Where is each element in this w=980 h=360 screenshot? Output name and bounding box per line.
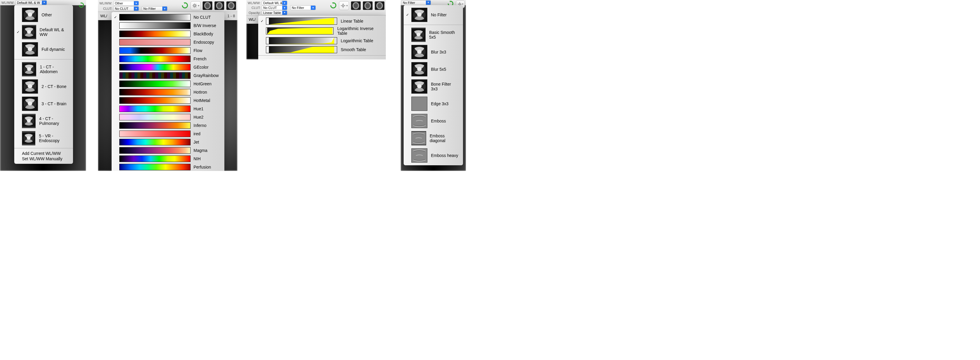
menu-item-label: HotIron	[194, 90, 207, 94]
wlww-label: WL/WW:	[1, 1, 14, 5]
preset-thumb	[22, 8, 38, 22]
menu-item-label: Magma	[194, 148, 207, 153]
clut-menu-item[interactable]: Flow	[111, 46, 224, 55]
menu-item-label: Full dynamic	[41, 47, 65, 52]
clut-swatch	[119, 22, 191, 29]
filter-menu-item[interactable]: Emboss diagonal	[404, 130, 463, 147]
filter-combo[interactable]: No Filter ▼	[290, 5, 316, 10]
opacity-swatch	[266, 18, 337, 25]
svg-marker-28	[269, 37, 334, 44]
clut-swatch	[119, 14, 191, 21]
wlww-menu-item[interactable]: 4 - CT - Pulmonary	[14, 112, 73, 130]
clut-menu-item[interactable]: Magma	[111, 146, 224, 155]
clut-combo[interactable]: No CLUT ▼	[262, 5, 287, 10]
clut-menu-item[interactable]: GEcolor	[111, 63, 224, 71]
clut-swatch	[119, 64, 191, 70]
partial-right-label: 1 - 8	[228, 14, 235, 18]
menu-item-label: GrayRainbow	[194, 73, 219, 78]
clut-swatch	[119, 106, 191, 112]
menu-item-label: Endoscopy	[194, 40, 214, 45]
wlww-combo[interactable]: Other ▼	[113, 1, 139, 6]
menu-separator	[258, 55, 386, 56]
dropdown-arrow-icon: ▼	[134, 1, 138, 5]
menu-item-label: 4 - CT - Pulmonary	[39, 116, 69, 126]
dropdown-arrow-icon: ▼	[426, 1, 431, 5]
clut-menu-item[interactable]: B/W Inverse	[111, 21, 224, 30]
filter-combo[interactable]: No Filter ▼	[142, 6, 167, 11]
wlww-menu-item[interactable]: 3 - CT - Brain	[14, 95, 73, 112]
dropdown-arrow-icon: ▼	[282, 1, 287, 5]
filter-menu-item[interactable]: Edge 3x3	[404, 95, 463, 112]
panel-wlww: WL/WW: Default WL & W ▼ Other✓Default WL…	[0, 0, 86, 171]
clut-combo[interactable]: No CLUT ▼	[113, 6, 139, 11]
wlww-combo[interactable]: Default WL & W ▼	[16, 0, 47, 5]
clut-menu-item[interactable]: GrayRainbow	[111, 71, 224, 80]
check-icon: ✓	[17, 30, 19, 34]
clut-menu-item[interactable]: Endoscopy	[111, 38, 224, 46]
panel-clut: WL/WW: Other ▼ CLUT: No CLUT ▼ No Filter…	[98, 0, 237, 171]
clut-menu-item[interactable]: NIH	[111, 155, 224, 163]
filter-thumb	[411, 45, 427, 59]
menu-item-label: Default WL & WW	[40, 27, 69, 37]
filter-thumb	[411, 62, 427, 77]
wl-partial-label: WL/	[100, 14, 107, 18]
clut-menu-item[interactable]: Inferno	[111, 121, 224, 130]
clut-menu-item[interactable]: ✓No CLUT	[111, 13, 224, 21]
set-wlww-manually[interactable]: Set WL/WW Manually	[22, 156, 69, 162]
toolbar: WL/WW: Default WL & W ▼	[0, 0, 86, 5]
menu-item-label: Hue1	[194, 106, 203, 111]
opacity-combo[interactable]: Linear Table ▼	[262, 10, 287, 15]
clut-menu-item[interactable]: Jet	[111, 138, 224, 146]
filter-menu-item[interactable]: Emboss	[404, 112, 463, 130]
wlww-menu-item[interactable]: 5 - VR - Endoscopy	[14, 130, 73, 147]
clut-swatch	[119, 155, 191, 162]
wlww-menu-item[interactable]: 2 - CT - Bone	[14, 78, 73, 95]
filter-menu-item[interactable]: ✓No Filter	[404, 6, 463, 24]
menu-item-label: HotMetal	[194, 98, 210, 103]
wlww-menu-item[interactable]: Full dynamic	[14, 41, 73, 58]
clut-label: CLUT:	[248, 6, 261, 10]
clut-swatch	[119, 122, 191, 129]
clut-swatch	[119, 39, 191, 45]
menu-item-label: Bone Filter 3x3	[431, 82, 459, 91]
clut-swatch	[119, 30, 191, 37]
wlww-label: WL/WW:	[248, 1, 261, 5]
filter-menu-item[interactable]: Basic Smooth 5x5	[404, 26, 463, 43]
opacity-menu-item[interactable]: Logarithmic Inverse Table	[258, 26, 386, 36]
clut-menu-item[interactable]: Hue1	[111, 105, 224, 113]
filter-menu-item[interactable]: Blur 3x3	[404, 43, 463, 61]
wlww-menu-item[interactable]: Other	[14, 6, 73, 24]
clut-menu-item[interactable]: Perfusion	[111, 163, 224, 171]
filter-menu-item[interactable]: Bone Filter 3x3	[404, 78, 463, 95]
clut-menu-item[interactable]: HotMetal	[111, 96, 224, 105]
filter-thumb	[411, 8, 427, 22]
clut-swatch	[119, 89, 191, 95]
opacity-menu-item[interactable]: Logarithmic Table	[258, 36, 386, 45]
clut-menu-item[interactable]: BlackBody	[111, 30, 224, 38]
filter-menu-item[interactable]: Blur 5x5	[404, 61, 463, 78]
filter-combo[interactable]: No Filter ▼	[401, 0, 431, 5]
wlww-menu-item[interactable]: 1 - CT - Abdomen	[14, 61, 73, 78]
clut-swatch	[119, 164, 191, 170]
menu-item-label: French	[194, 56, 207, 61]
clut-menu-item[interactable]: Hue2	[111, 113, 224, 121]
add-opacity-table[interactable]: Add an Opacity Table	[266, 59, 382, 59]
toolbar: No Filter ▼	[401, 0, 466, 5]
dropdown-arrow-icon: ▼	[42, 1, 46, 5]
menu-item-label: Logarithmic Table	[341, 38, 373, 43]
preset-thumb	[22, 62, 36, 77]
filter-menu-item[interactable]: Emboss heavy	[404, 147, 463, 164]
wlww-combo[interactable]: Default WL & W ▼	[262, 1, 287, 5]
clut-menu-item[interactable]: HotGreen	[111, 80, 224, 88]
opacity-menu-item[interactable]: ✓Linear Table	[258, 17, 386, 26]
preset-thumb	[22, 42, 38, 56]
clut-menu-item[interactable]: HotIron	[111, 88, 224, 96]
clut-menu-item[interactable]: French	[111, 55, 224, 63]
clut-menu-item[interactable]: ired	[111, 130, 224, 138]
clut-swatch	[119, 139, 191, 146]
wlww-menu-item[interactable]: ✓Default WL & WW	[14, 24, 73, 41]
opacity-menu-item[interactable]: Smooth Table	[258, 45, 386, 54]
wlww-label: WL/WW:	[99, 2, 112, 5]
menu-item-label: Emboss heavy	[431, 153, 458, 158]
add-current-wlww[interactable]: Add Current WL/WW	[22, 151, 69, 156]
